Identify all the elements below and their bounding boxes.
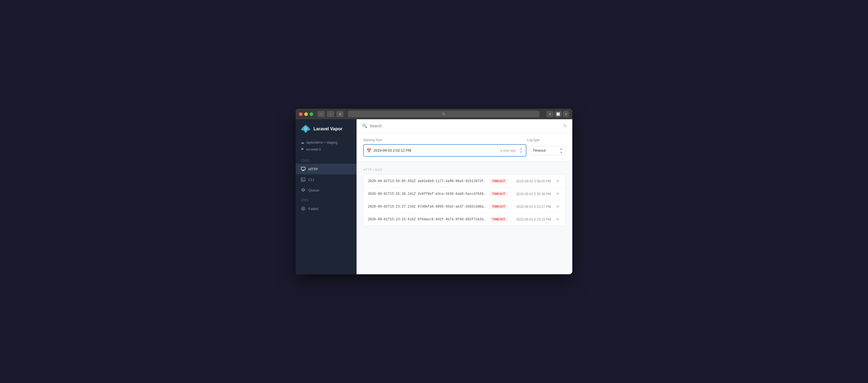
view-log-button[interactable]: 👁: [554, 179, 561, 183]
grid-button[interactable]: ⊞: [336, 111, 344, 117]
sidebar-item-cli[interactable]: CLI: [296, 174, 356, 185]
jobs-section-label: JOBS: [296, 195, 356, 203]
date-down-button[interactable]: ▼: [519, 151, 523, 154]
log-row: 2020-09-01T15:23:27.216Z 97d6bfa6-8995-4…: [364, 200, 565, 213]
window-controls: ⬆ ⬜ +: [546, 111, 569, 117]
cli-label: CLI: [308, 178, 314, 182]
region-label: eu-west-3: [306, 147, 321, 151]
svg-rect-1: [301, 178, 305, 181]
date-up-button[interactable]: ▲: [519, 147, 523, 150]
sidebar-item-failed[interactable]: Failed: [296, 203, 356, 214]
timeout-badge: TIMEOUT: [490, 192, 507, 196]
http-label: HTTP: [308, 167, 318, 171]
layers-icon: [301, 188, 306, 193]
search-bar: 🔍 ↻: [356, 119, 572, 132]
date-stepper[interactable]: ▲ ▼: [519, 147, 523, 154]
sidebar-item-queue[interactable]: Queue: [296, 185, 356, 195]
filter-row: Starting from Log type 📅 a year ago ▲ ▼: [356, 132, 572, 161]
failed-label: Failed: [308, 207, 318, 211]
calendar-icon: 📅: [367, 148, 371, 153]
date-input[interactable]: [373, 148, 498, 152]
environment-label: taylordemo > staging: [307, 141, 338, 144]
fullscreen-button[interactable]: [310, 112, 313, 116]
main-content: 🔍 ↻ Starting from Log type 📅 a year ago: [356, 119, 572, 274]
view-log-button[interactable]: 👁: [554, 217, 561, 222]
log-date: 2020-09-01 5:55:36 PM: [511, 192, 551, 196]
starting-from-label: Starting from: [363, 138, 527, 142]
logs-section-label: LOGS: [296, 156, 356, 164]
terminal-icon: [301, 177, 306, 182]
logs-table: 2020-09-02T13:58:05.692Z ab81e6b9-1177-4…: [363, 175, 566, 226]
share-button[interactable]: ⬆: [546, 111, 554, 117]
forward-button[interactable]: ›: [327, 111, 334, 117]
date-input-wrap[interactable]: 📅 a year ago ▲ ▼: [363, 144, 526, 157]
log-row: 2020-09-02T13:58:05.692Z ab81e6b9-1177-4…: [364, 175, 565, 188]
log-message: 2020-09-01T15:23:15.616Z 6fedacc6-942f-4…: [368, 217, 487, 222]
queue-label: Queue: [308, 188, 319, 192]
log-type-select[interactable]: Timeout All Error Info: [530, 146, 566, 155]
logs-container: HTTP LOGS 2020-09-02T13:58:05.692Z ab81e…: [356, 161, 572, 274]
x-circle-icon: [301, 206, 306, 211]
log-message: 2020-09-02T13:58:05.692Z ab81e6b9-1177-4…: [368, 179, 487, 183]
timeout-badge: TIMEOUT: [490, 179, 507, 183]
app-body: Laravel Vapor ☁ taylordemo > staging ⚑ e…: [296, 119, 572, 274]
svg-rect-0: [301, 167, 305, 170]
minimize-button[interactable]: [304, 112, 308, 116]
cloud-icon: ☁: [301, 140, 304, 144]
log-type-select-wrap: Timeout All Error Info ▲ ▼: [530, 146, 566, 155]
view-log-button[interactable]: 👁: [554, 204, 561, 209]
expand-button[interactable]: ⬜: [555, 111, 562, 117]
time-ago: a year ago: [500, 149, 516, 152]
log-row: 2020-09-01T15:55:36.241Z 2e9ff8ef-a3ca-4…: [364, 188, 565, 200]
address-bar[interactable]: ↻: [348, 111, 540, 117]
filter-inputs: 📅 a year ago ▲ ▼ Timeout All Error: [363, 144, 566, 157]
sidebar: Laravel Vapor ☁ taylordemo > staging ⚑ e…: [296, 119, 356, 274]
log-date: 2020-09-02 3:58:05 PM: [511, 179, 551, 183]
sidebar-environment[interactable]: ☁ taylordemo > staging: [296, 139, 356, 146]
filter-labels: Starting from Log type: [363, 138, 566, 142]
log-message: 2020-09-01T15:55:36.241Z 2e9ff8ef-a3ca-4…: [368, 192, 487, 196]
new-tab-button[interactable]: +: [563, 111, 569, 117]
sidebar-region[interactable]: ⚑ eu-west-3: [296, 146, 356, 156]
log-type-label: Log type: [527, 138, 566, 142]
sidebar-logo: Laravel Vapor: [296, 119, 356, 139]
vapor-logo-icon: [301, 125, 311, 133]
search-input[interactable]: [370, 124, 425, 128]
close-button[interactable]: [299, 112, 303, 116]
search-input-wrap: 🔍: [362, 123, 425, 128]
flag-icon: ⚑: [301, 147, 304, 151]
log-message: 2020-09-01T15:23:27.216Z 97d6bfa6-8995-4…: [368, 205, 487, 209]
back-button[interactable]: ‹: [317, 111, 325, 117]
sidebar-item-http[interactable]: HTTP: [296, 164, 356, 174]
timeout-badge: TIMEOUT: [490, 217, 507, 222]
view-log-button[interactable]: 👁: [554, 192, 561, 196]
logs-section-heading: HTTP LOGS: [363, 166, 566, 175]
monitor-icon: [301, 167, 306, 172]
app-window: ‹ › ⊞ ↻ ⬆ ⬜ + Laravel Vapor ☁: [296, 109, 572, 274]
traffic-lights: [299, 112, 313, 116]
refresh-button[interactable]: ↻: [442, 112, 445, 116]
log-row: 2020-09-01T15:23:15.616Z 6fedacc6-942f-4…: [364, 213, 565, 226]
timeout-badge: TIMEOUT: [490, 204, 507, 209]
app-name: Laravel Vapor: [313, 126, 342, 131]
log-date: 2020-09-01 5:23:15 PM: [511, 217, 551, 222]
title-bar: ‹ › ⊞ ↻ ⬆ ⬜ +: [296, 109, 572, 119]
refresh-logs-button[interactable]: ↻: [563, 123, 567, 128]
search-icon: 🔍: [362, 123, 367, 128]
log-date: 2020-09-01 5:23:27 PM: [511, 205, 551, 209]
